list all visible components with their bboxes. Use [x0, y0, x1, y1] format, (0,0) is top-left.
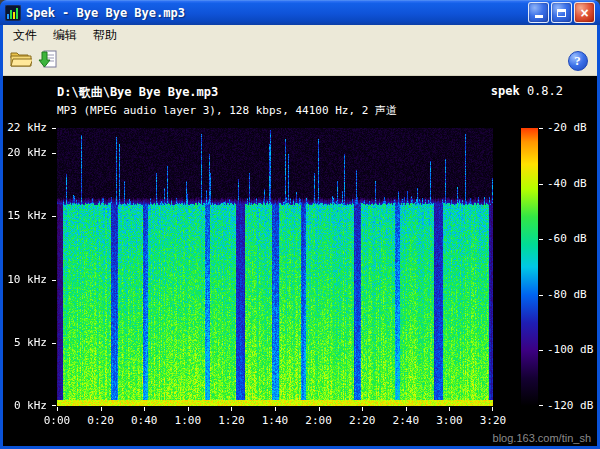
app-version-number: 0.8.2: [527, 84, 563, 98]
minimize-icon: [535, 15, 543, 18]
format-info-label: MP3 (MPEG audio layer 3), 128 kbps, 4410…: [57, 103, 397, 118]
app-version-label: spek 0.8.2: [491, 84, 563, 98]
app-icon: [5, 5, 21, 21]
toolbar: ?: [3, 46, 597, 76]
freq-axis-tick: [52, 343, 56, 344]
time-axis-tick: [406, 407, 407, 411]
window-title: Spek - Bye Bye Bye.mp3: [26, 6, 526, 20]
maximize-icon: [557, 9, 566, 17]
watermark-text: blog.163.com/tin_sh: [493, 432, 591, 444]
freq-axis-tick: [52, 153, 56, 154]
menu-file[interactable]: 文件: [5, 24, 45, 47]
time-axis-label: 3:00: [427, 414, 471, 427]
time-axis-tick: [319, 407, 320, 411]
menu-bar: 文件 编辑 帮助: [3, 25, 597, 46]
save-icon: [38, 49, 58, 72]
time-axis-tick: [449, 407, 450, 411]
db-axis-tick: [539, 405, 543, 406]
time-axis-tick: [57, 407, 58, 411]
time-axis-tick: [188, 407, 189, 411]
time-axis-label: 0:20: [79, 414, 123, 427]
time-axis-label: 1:40: [253, 414, 297, 427]
open-folder-icon: [10, 50, 32, 71]
db-axis-tick: [539, 295, 543, 296]
time-axis-label: 3:20: [471, 414, 515, 427]
file-path-label: D:\歌曲\Bye Bye Bye.mp3: [57, 84, 218, 101]
db-axis-tick: [539, 350, 543, 351]
close-button[interactable]: ×: [574, 2, 595, 23]
db-axis-tick: [539, 128, 543, 129]
app-window: Spek - Bye Bye Bye.mp3 × 文件 编辑 帮助: [0, 0, 600, 449]
db-axis-label: -20 dB: [547, 121, 587, 134]
time-axis-label: 2:00: [297, 414, 341, 427]
open-file-button[interactable]: [7, 48, 34, 74]
time-axis-tick: [275, 407, 276, 411]
freq-axis-tick: [52, 128, 56, 129]
db-axis-label: -40 dB: [547, 177, 587, 190]
app-name: spek: [491, 84, 520, 98]
time-axis-label: 0:40: [122, 414, 166, 427]
time-axis-tick: [144, 407, 145, 411]
time-axis-label: 0:00: [35, 414, 79, 427]
freq-axis-label: 0 kHz: [3, 399, 47, 412]
time-axis-label: 2:40: [384, 414, 428, 427]
menu-help[interactable]: 帮助: [85, 24, 125, 47]
title-bar[interactable]: Spek - Bye Bye Bye.mp3 ×: [0, 0, 600, 25]
window-body: 文件 编辑 帮助: [3, 25, 597, 446]
db-axis-label: -100 dB: [547, 343, 593, 356]
time-axis-tick: [362, 407, 363, 411]
freq-axis-tick: [52, 405, 56, 406]
freq-axis-label: 20 kHz: [3, 146, 47, 159]
save-button[interactable]: [34, 48, 61, 74]
help-icon: ?: [568, 51, 588, 71]
maximize-button[interactable]: [551, 2, 572, 23]
freq-axis-label: 22 kHz: [3, 121, 47, 134]
time-axis-label: 1:20: [209, 414, 253, 427]
help-button[interactable]: ?: [566, 48, 593, 74]
time-axis-label: 2:20: [340, 414, 384, 427]
db-axis-tick: [539, 239, 543, 240]
db-axis-label: -60 dB: [547, 232, 587, 245]
time-axis-label: 1:00: [166, 414, 210, 427]
freq-axis-tick: [52, 216, 56, 217]
menu-edit[interactable]: 编辑: [45, 24, 85, 47]
time-axis-tick: [492, 407, 493, 411]
client-area: D:\歌曲\Bye Bye Bye.mp3 spek 0.8.2 MP3 (MP…: [3, 76, 597, 446]
freq-axis-label: 15 kHz: [3, 209, 47, 222]
freq-axis-tick: [52, 280, 56, 281]
db-axis-tick: [539, 184, 543, 185]
time-axis-tick: [101, 407, 102, 411]
db-legend-bar: [521, 128, 538, 406]
db-axis-label: -80 dB: [547, 288, 587, 301]
time-axis-tick: [231, 407, 232, 411]
spectrogram-canvas: [57, 128, 493, 406]
db-axis-label: -120 dB: [547, 399, 593, 412]
freq-axis-label: 10 kHz: [3, 273, 47, 286]
freq-axis-label: 5 kHz: [3, 336, 47, 349]
minimize-button[interactable]: [528, 2, 549, 23]
